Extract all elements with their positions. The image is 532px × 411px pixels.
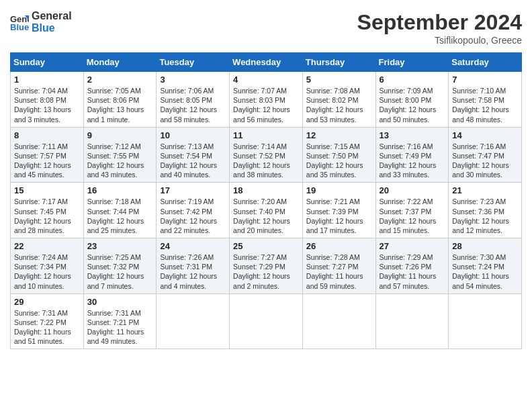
day-number: 17	[160, 185, 226, 195]
day-number: 12	[306, 130, 372, 140]
day-number: 3	[160, 75, 226, 85]
day-info: Sunrise: 7:18 AM Sunset: 7:44 PM Dayligh…	[87, 197, 153, 235]
weekday-header-friday: Friday	[375, 53, 449, 72]
calendar-cell: 8Sunrise: 7:11 AM Sunset: 7:57 PM Daylig…	[11, 127, 84, 183]
day-number: 22	[14, 241, 80, 251]
calendar-cell: 29Sunrise: 7:31 AM Sunset: 7:22 PM Dayli…	[11, 293, 84, 349]
calendar-cell: 20Sunrise: 7:22 AM Sunset: 7:37 PM Dayli…	[375, 183, 449, 238]
day-info: Sunrise: 7:23 AM Sunset: 7:36 PM Dayligh…	[452, 197, 518, 235]
day-info: Sunrise: 7:10 AM Sunset: 7:58 PM Dayligh…	[452, 86, 518, 124]
weekday-header-monday: Monday	[83, 53, 157, 72]
month-title: September 2024	[357, 10, 522, 35]
day-info: Sunrise: 7:29 AM Sunset: 7:26 PM Dayligh…	[380, 253, 445, 291]
calendar-cell: 30Sunrise: 7:31 AM Sunset: 7:21 PM Dayli…	[83, 293, 157, 349]
calendar-cell: 18Sunrise: 7:20 AM Sunset: 7:40 PM Dayli…	[230, 183, 303, 238]
day-info: Sunrise: 7:06 AM Sunset: 8:05 PM Dayligh…	[160, 86, 226, 124]
day-number: 30	[87, 297, 153, 307]
day-number: 19	[306, 185, 372, 195]
week-row-3: 15Sunrise: 7:17 AM Sunset: 7:45 PM Dayli…	[11, 183, 522, 238]
day-info: Sunrise: 7:26 AM Sunset: 7:31 PM Dayligh…	[160, 253, 226, 291]
day-info: Sunrise: 7:07 AM Sunset: 8:03 PM Dayligh…	[233, 86, 299, 124]
day-number: 11	[233, 130, 299, 140]
day-number: 13	[380, 130, 445, 140]
calendar-cell: 2Sunrise: 7:05 AM Sunset: 8:06 PM Daylig…	[83, 72, 157, 128]
calendar-cell: 13Sunrise: 7:16 AM Sunset: 7:49 PM Dayli…	[375, 127, 449, 183]
week-row-1: 1Sunrise: 7:04 AM Sunset: 8:08 PM Daylig…	[11, 72, 522, 128]
calendar-cell: 27Sunrise: 7:29 AM Sunset: 7:26 PM Dayli…	[375, 238, 449, 294]
day-number: 29	[14, 297, 80, 307]
day-info: Sunrise: 7:11 AM Sunset: 7:57 PM Dayligh…	[14, 142, 80, 180]
logo-blue: Blue	[32, 22, 72, 34]
day-number: 24	[160, 241, 226, 251]
day-number: 16	[87, 185, 153, 195]
logo-icon: General Blue	[10, 13, 29, 32]
day-info: Sunrise: 7:15 AM Sunset: 7:50 PM Dayligh…	[306, 142, 372, 180]
calendar-cell: 25Sunrise: 7:27 AM Sunset: 7:29 PM Dayli…	[230, 238, 303, 294]
week-row-4: 22Sunrise: 7:24 AM Sunset: 7:34 PM Dayli…	[11, 238, 522, 294]
weekday-header-saturday: Saturday	[449, 53, 522, 72]
calendar-cell: 4Sunrise: 7:07 AM Sunset: 8:03 PM Daylig…	[230, 72, 303, 128]
day-info: Sunrise: 7:31 AM Sunset: 7:21 PM Dayligh…	[87, 308, 153, 347]
day-info: Sunrise: 7:30 AM Sunset: 7:24 PM Dayligh…	[452, 253, 518, 291]
weekday-header-thursday: Thursday	[302, 53, 375, 72]
day-info: Sunrise: 7:31 AM Sunset: 7:22 PM Dayligh…	[14, 308, 80, 347]
calendar-cell: 19Sunrise: 7:21 AM Sunset: 7:39 PM Dayli…	[302, 183, 375, 238]
day-number: 14	[452, 130, 518, 140]
day-number: 23	[87, 241, 153, 251]
calendar-cell: 15Sunrise: 7:17 AM Sunset: 7:45 PM Dayli…	[11, 183, 84, 238]
day-number: 4	[233, 75, 299, 85]
day-number: 5	[306, 75, 372, 85]
calendar-cell: 3Sunrise: 7:06 AM Sunset: 8:05 PM Daylig…	[157, 72, 230, 128]
day-number: 20	[380, 185, 445, 195]
day-info: Sunrise: 7:20 AM Sunset: 7:40 PM Dayligh…	[233, 197, 299, 235]
day-number: 2	[87, 75, 153, 85]
day-info: Sunrise: 7:17 AM Sunset: 7:45 PM Dayligh…	[14, 197, 80, 235]
day-info: Sunrise: 7:13 AM Sunset: 7:54 PM Dayligh…	[160, 142, 226, 180]
page-header: General Blue General Blue September 2024…	[10, 10, 522, 46]
day-number: 28	[452, 241, 518, 251]
day-number: 25	[233, 241, 299, 251]
day-number: 21	[452, 185, 518, 195]
weekday-header-tuesday: Tuesday	[157, 53, 230, 72]
calendar-table: SundayMondayTuesdayWednesdayThursdayFrid…	[10, 52, 522, 349]
day-number: 1	[14, 75, 80, 85]
calendar-cell: 28Sunrise: 7:30 AM Sunset: 7:24 PM Dayli…	[449, 238, 522, 294]
week-row-5: 29Sunrise: 7:31 AM Sunset: 7:22 PM Dayli…	[11, 293, 522, 349]
day-info: Sunrise: 7:12 AM Sunset: 7:55 PM Dayligh…	[87, 142, 153, 180]
calendar-cell: 24Sunrise: 7:26 AM Sunset: 7:31 PM Dayli…	[157, 238, 230, 294]
day-number: 26	[306, 241, 372, 251]
calendar-cell: 17Sunrise: 7:19 AM Sunset: 7:42 PM Dayli…	[157, 183, 230, 238]
calendar-cell: 26Sunrise: 7:28 AM Sunset: 7:27 PM Dayli…	[302, 238, 375, 294]
day-info: Sunrise: 7:16 AM Sunset: 7:47 PM Dayligh…	[452, 142, 518, 180]
day-info: Sunrise: 7:09 AM Sunset: 8:00 PM Dayligh…	[380, 86, 445, 124]
day-info: Sunrise: 7:04 AM Sunset: 8:08 PM Dayligh…	[14, 86, 80, 124]
day-info: Sunrise: 7:21 AM Sunset: 7:39 PM Dayligh…	[306, 197, 372, 235]
day-number: 10	[160, 130, 226, 140]
svg-text:Blue: Blue	[10, 22, 29, 32]
day-info: Sunrise: 7:19 AM Sunset: 7:42 PM Dayligh…	[160, 197, 226, 235]
day-info: Sunrise: 7:05 AM Sunset: 8:06 PM Dayligh…	[87, 86, 153, 124]
day-info: Sunrise: 7:08 AM Sunset: 8:02 PM Dayligh…	[306, 86, 372, 124]
calendar-cell: 11Sunrise: 7:14 AM Sunset: 7:52 PM Dayli…	[230, 127, 303, 183]
calendar-cell	[449, 293, 522, 349]
calendar-cell: 12Sunrise: 7:15 AM Sunset: 7:50 PM Dayli…	[302, 127, 375, 183]
title-block: September 2024 Tsiflikopoulo, Greece	[357, 10, 522, 46]
calendar-cell: 21Sunrise: 7:23 AM Sunset: 7:36 PM Dayli…	[449, 183, 522, 238]
day-info: Sunrise: 7:22 AM Sunset: 7:37 PM Dayligh…	[380, 197, 445, 235]
day-info: Sunrise: 7:24 AM Sunset: 7:34 PM Dayligh…	[14, 253, 80, 291]
calendar-cell: 10Sunrise: 7:13 AM Sunset: 7:54 PM Dayli…	[157, 127, 230, 183]
week-row-2: 8Sunrise: 7:11 AM Sunset: 7:57 PM Daylig…	[11, 127, 522, 183]
day-number: 27	[380, 241, 445, 251]
day-info: Sunrise: 7:27 AM Sunset: 7:29 PM Dayligh…	[233, 253, 299, 291]
calendar-cell: 14Sunrise: 7:16 AM Sunset: 7:47 PM Dayli…	[449, 127, 522, 183]
calendar-cell: 22Sunrise: 7:24 AM Sunset: 7:34 PM Dayli…	[11, 238, 84, 294]
day-number: 15	[14, 185, 80, 195]
calendar-cell: 9Sunrise: 7:12 AM Sunset: 7:55 PM Daylig…	[83, 127, 157, 183]
day-info: Sunrise: 7:16 AM Sunset: 7:49 PM Dayligh…	[380, 142, 445, 180]
day-number: 9	[87, 130, 153, 140]
calendar-cell	[230, 293, 303, 349]
calendar-cell: 23Sunrise: 7:25 AM Sunset: 7:32 PM Dayli…	[83, 238, 157, 294]
weekday-header-wednesday: Wednesday	[230, 53, 303, 72]
weekday-header-sunday: Sunday	[11, 53, 84, 72]
day-info: Sunrise: 7:28 AM Sunset: 7:27 PM Dayligh…	[306, 253, 372, 291]
